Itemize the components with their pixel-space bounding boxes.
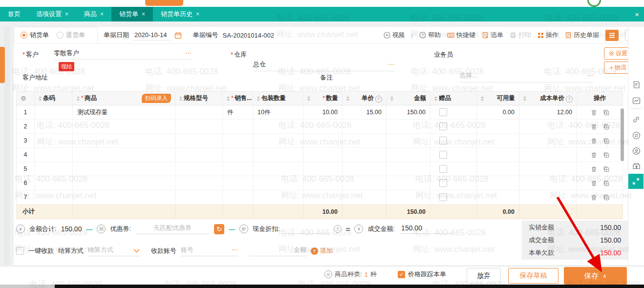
spec-cell[interactable] [175, 162, 223, 176]
pack-cell[interactable] [253, 120, 303, 134]
unit-cell[interactable] [223, 134, 253, 148]
coupon-field[interactable]: 无匹配优惠券 [135, 224, 210, 234]
qty-cell[interactable] [303, 148, 343, 162]
sort-icon[interactable] [39, 96, 42, 101]
gift-checkbox[interactable] [439, 151, 447, 159]
method-select[interactable]: 结算方式 [88, 246, 141, 256]
gift-checkbox[interactable] [439, 179, 447, 187]
gift-checkbox[interactable] [439, 108, 447, 116]
date-value[interactable]: 2020-10-14 [133, 30, 170, 41]
tab-sales-history[interactable]: 销货单历史× [153, 7, 207, 21]
gift-checkbox[interactable] [439, 137, 447, 144]
avail-cell[interactable] [477, 176, 519, 190]
tab-products[interactable]: 商品× [76, 7, 111, 21]
pack-cell[interactable] [253, 148, 303, 162]
amount-cell[interactable] [386, 148, 430, 162]
spec-cell[interactable] [175, 105, 223, 120]
price-cell[interactable] [343, 176, 386, 190]
close-icon[interactable]: × [635, 7, 639, 21]
cost-cell[interactable] [519, 148, 577, 162]
qty-cell[interactable] [303, 134, 343, 148]
spec-cell[interactable] [175, 134, 223, 148]
avail-cell[interactable] [477, 162, 519, 176]
link-icon[interactable] [631, 115, 641, 124]
gift-checkbox[interactable] [439, 123, 447, 130]
qty-cell[interactable] [303, 162, 343, 176]
avail-cell[interactable] [477, 190, 519, 205]
col-header-qty[interactable]: *数量 [303, 92, 343, 105]
help-button[interactable]: ? 帮助 [419, 31, 441, 40]
sort-icon[interactable] [77, 96, 80, 101]
sort-icon[interactable] [523, 96, 526, 101]
tab-options[interactable]: 选项设置× [28, 7, 76, 21]
price-cell[interactable] [343, 190, 386, 205]
col-header-pack[interactable]: 包装数量 [253, 92, 303, 105]
row-actions[interactable] [577, 176, 623, 190]
pick-order-button[interactable]: 选单 [482, 31, 503, 40]
hotkeys-button[interactable]: 快捷键 [447, 31, 475, 40]
operations-button[interactable]: 操作 [537, 31, 558, 40]
product-cell[interactable] [73, 162, 175, 176]
discard-button[interactable]: 放弃 [467, 268, 501, 284]
pack-cell[interactable] [253, 162, 303, 176]
row-actions[interactable] [577, 148, 623, 162]
product-cell[interactable] [73, 134, 175, 148]
report-card-icon[interactable] [631, 96, 641, 105]
avail-cell[interactable]: 0.00 [477, 105, 519, 120]
row-actions[interactable] [577, 190, 623, 205]
qty-cell[interactable] [303, 190, 343, 205]
deal-amount-value[interactable]: 150.00 [399, 224, 454, 234]
payment-amount-input[interactable]: 金额 [249, 246, 306, 256]
barcode-cell[interactable] [35, 148, 73, 162]
col-header-cost[interactable]: 成本单价? [519, 92, 577, 105]
col-header-amount[interactable]: 金额 [386, 92, 430, 105]
row-actions[interactable] [577, 162, 623, 176]
cash-box-icon[interactable] [631, 161, 641, 171]
pack-cell[interactable]: 10件 [253, 105, 303, 120]
cost-cell[interactable] [519, 176, 577, 190]
amount-cell[interactable] [386, 190, 430, 205]
sort-icon[interactable] [179, 96, 182, 101]
save-button[interactable]: 保存∧ [564, 267, 627, 285]
amount-cell[interactable] [386, 162, 430, 176]
more-icon[interactable]: ⋯ [185, 49, 192, 57]
sort-icon[interactable] [390, 96, 393, 101]
col-header-avail[interactable]: 可用量 [477, 92, 519, 105]
gift-checkbox[interactable] [439, 165, 447, 173]
row-actions[interactable] [577, 134, 623, 148]
price-cell[interactable] [343, 120, 386, 134]
sort-icon[interactable] [434, 96, 437, 101]
add-payment-button[interactable]: + 添加 [311, 247, 333, 255]
history-docs-button[interactable]: 历史单据 [565, 31, 599, 40]
chevron-down-icon[interactable] [133, 247, 140, 253]
cost-cell[interactable] [519, 120, 577, 134]
sort-icon[interactable] [227, 96, 230, 101]
amount-cell[interactable]: 150.00 [386, 105, 430, 120]
list-view-toggle[interactable] [605, 30, 619, 41]
unit-cell[interactable] [223, 148, 253, 162]
price-cell[interactable] [343, 134, 386, 148]
unit-cell[interactable]: 件 [223, 105, 253, 120]
video-button[interactable]: 视频 [384, 31, 405, 40]
col-header-spec[interactable]: 规格型号 [175, 92, 223, 105]
tab-sales-order[interactable]: 销货单× [111, 7, 153, 21]
expand-icon[interactable] [628, 174, 644, 189]
partial-toolbar-button[interactable] [145, 0, 183, 6]
radio-return-order[interactable]: 退货单 [57, 31, 85, 40]
pack-cell[interactable] [253, 134, 303, 148]
price-track-option[interactable]: ✓ 价格跟踪本单 [398, 270, 446, 279]
spec-cell[interactable] [175, 190, 223, 205]
tab-close-icon[interactable]: × [100, 11, 104, 18]
sort-icon[interactable] [307, 96, 310, 101]
pack-cell[interactable] [253, 176, 303, 190]
barcode-cell[interactable] [35, 120, 73, 134]
cost-cell[interactable] [519, 190, 577, 205]
product-cell[interactable] [73, 176, 175, 190]
customer-field[interactable]: 零散客户 ⋯ [54, 49, 192, 60]
tab-close-icon[interactable]: × [65, 11, 68, 18]
sort-icon[interactable] [346, 96, 349, 101]
help-icon[interactable]: ? [566, 96, 573, 103]
col-header-gift[interactable]: 赠品 [430, 92, 477, 105]
sort-icon[interactable] [257, 96, 260, 101]
print-button[interactable]: 打印 [510, 31, 531, 40]
